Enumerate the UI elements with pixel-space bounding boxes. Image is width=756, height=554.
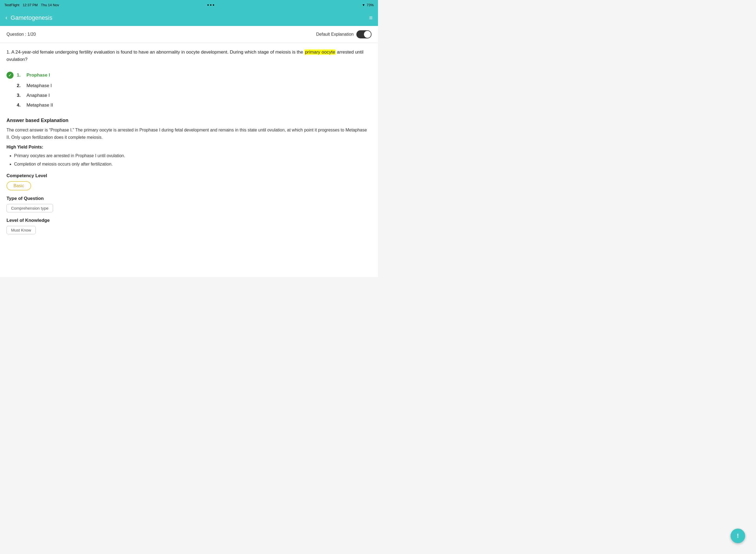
wifi-icon: ▾: [363, 3, 365, 7]
dot1: [207, 4, 209, 6]
option-number-1: 1.: [17, 72, 23, 78]
competency-section: Competency Level Basic: [6, 173, 372, 190]
back-arrow-icon: ‹: [5, 14, 7, 21]
high-yield-bullets: Primary oocytes are arrested in Prophase…: [6, 152, 372, 168]
question-text-before: A 24-year-old female undergoing fertilit…: [11, 50, 305, 55]
status-time: 12:37 PM: [23, 3, 38, 7]
option-number-4: 4.: [17, 103, 23, 108]
default-explanation-label: Default Explanation: [316, 32, 354, 37]
type-badge: Comprehension type: [6, 204, 53, 212]
battery-percent: 73%: [367, 3, 374, 7]
knowledge-label: Level of Knowledge: [6, 218, 372, 223]
option-text-4: Metaphase II: [26, 103, 53, 108]
bullet-1: Primary oocytes are arrested in Prophase…: [14, 152, 372, 159]
back-button[interactable]: ‹ Gametogenesis: [5, 14, 52, 21]
knowledge-badge: Must Know: [6, 226, 36, 234]
option-text-1: Prophase I: [26, 72, 50, 78]
correct-check-icon: ✓: [6, 72, 13, 79]
answer-option-3[interactable]: 3. Anaphase I: [6, 91, 372, 100]
answer-options: ✓ 1. Prophase I 2. Metaphase I 3. Anapha…: [6, 69, 372, 110]
question-counter: Question : 1/20: [6, 32, 36, 37]
top-info-bar: Question : 1/20 Default Explanation: [0, 26, 378, 43]
explanation-text: The correct answer is “Prophase I.” The …: [6, 127, 372, 141]
option-text-3: Anaphase I: [26, 93, 50, 98]
nav-title: Gametogenesis: [10, 14, 52, 21]
answer-option-4[interactable]: 4. Metaphase II: [6, 100, 372, 110]
content-area: Question : 1/20 Default Explanation 1. A…: [0, 26, 378, 277]
app-name: TestFlight: [4, 3, 19, 7]
option-number-2: 2.: [17, 83, 23, 89]
nav-bar: ‹ Gametogenesis ≡: [0, 10, 378, 26]
question-number: 1.: [6, 50, 10, 55]
type-section: Type of Question Comprehension type: [6, 196, 372, 212]
question-highlight: primary oocyte: [305, 50, 335, 55]
competency-label: Competency Level: [6, 173, 372, 178]
menu-icon[interactable]: ≡: [369, 14, 373, 21]
status-center: [207, 4, 214, 6]
type-label: Type of Question: [6, 196, 372, 201]
default-explanation-toggle[interactable]: [356, 30, 372, 39]
knowledge-section: Level of Knowledge Must Know: [6, 218, 372, 234]
question-text: 1. A 24-year-old female undergoing ferti…: [6, 48, 372, 63]
option-text-2: Metaphase I: [26, 83, 52, 89]
competency-badge: Basic: [6, 181, 31, 190]
toggle-knob: [364, 31, 371, 38]
answer-option-1[interactable]: ✓ 1. Prophase I: [6, 69, 372, 81]
status-right: ▾ 73%: [363, 3, 374, 7]
status-date: Thu 14 Nov: [41, 3, 59, 7]
bullet-2: Completion of meiosis occurs only after …: [14, 161, 372, 168]
default-explanation-area: Default Explanation: [316, 30, 372, 39]
explanation-section: Answer based Explanation The correct ans…: [6, 118, 372, 168]
answer-option-2[interactable]: 2. Metaphase I: [6, 81, 372, 91]
dot2: [210, 4, 211, 6]
high-yield-heading: High Yield Points:: [6, 145, 372, 150]
option-number-3: 3.: [17, 93, 23, 98]
main-content: 1. A 24-year-old female undergoing ferti…: [0, 43, 378, 245]
status-bar: TestFlight 12:37 PM Thu 14 Nov ▾ 73%: [0, 0, 378, 10]
explanation-heading: Answer based Explanation: [6, 118, 372, 123]
dot3: [213, 4, 214, 6]
status-left: TestFlight 12:37 PM Thu 14 Nov: [4, 3, 59, 7]
